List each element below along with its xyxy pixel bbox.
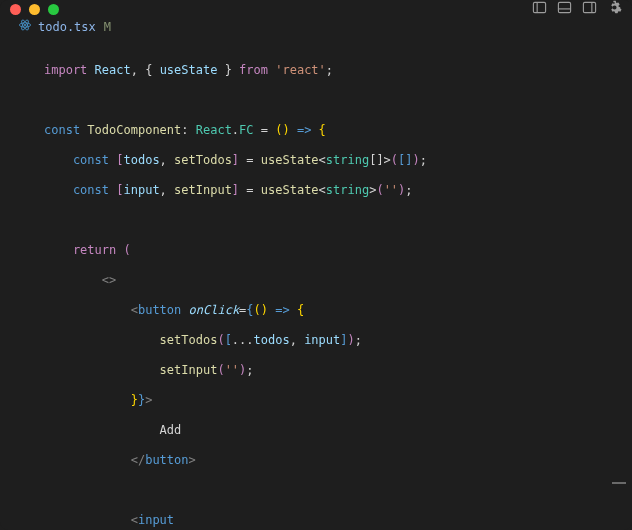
tab-bar: todo.tsx M — [0, 18, 632, 36]
tab-modified-indicator: M — [104, 20, 111, 34]
minimap-indicator[interactable] — [612, 482, 626, 484]
panel-left-icon[interactable] — [532, 0, 547, 18]
editor-window: todo.tsx M import React, { useState } fr… — [0, 0, 632, 530]
svg-rect-0 — [533, 2, 545, 12]
panel-right-icon[interactable] — [582, 0, 597, 18]
svg-point-9 — [24, 24, 26, 26]
panel-bottom-icon[interactable] — [557, 0, 572, 18]
maximize-window-button[interactable] — [48, 4, 59, 15]
titlebar-actions — [532, 0, 622, 18]
tab-filename: todo.tsx — [38, 20, 96, 34]
tab-todo-tsx[interactable]: todo.tsx M — [6, 18, 123, 36]
close-window-button[interactable] — [10, 4, 21, 15]
window-controls — [10, 4, 59, 15]
svg-rect-4 — [583, 2, 595, 12]
settings-gear-icon[interactable] — [607, 0, 622, 18]
code-editor[interactable]: import React, { useState } from 'react';… — [0, 36, 632, 530]
titlebar — [0, 0, 632, 18]
editor-area: import React, { useState } from 'react';… — [0, 36, 632, 530]
minimize-window-button[interactable] — [29, 4, 40, 15]
react-file-icon — [18, 18, 32, 35]
svg-rect-2 — [558, 2, 570, 12]
